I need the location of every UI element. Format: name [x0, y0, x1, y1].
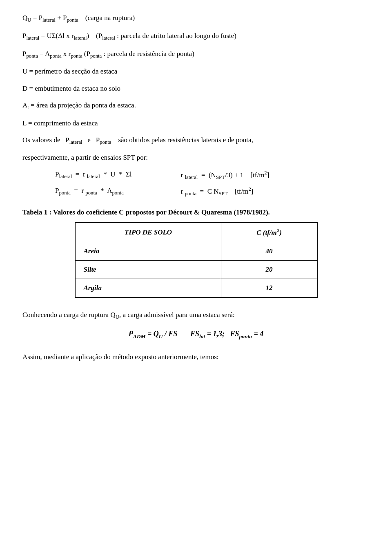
c-areia: 40: [221, 242, 317, 261]
u-def: U = perímetro da secção da estaca: [22, 66, 370, 77]
table-row: Silte 20: [75, 261, 317, 279]
l-def: L = comprimento da estaca: [22, 118, 370, 129]
solo-silte: Silte: [75, 261, 221, 279]
rponta-formula-right: r ponta = C NSPT [tf/m2]: [181, 186, 254, 197]
qu-formula: QU = Plateral + Pponta (carga na ruptura…: [22, 12, 370, 25]
pponta-row: Pponta = r ponta * Aponta r ponta = C NS…: [55, 186, 370, 197]
plateral-def-text: Plateral = UΣ(Δl x rlateral) (Plateral :…: [22, 32, 236, 40]
col-tipo-solo: TIPO DE SOLO: [75, 223, 221, 242]
assim-text: Assim, mediante a aplicação do método ex…: [22, 353, 219, 361]
l-def-paragraph: L = comprimento da estaca Os valores de …: [22, 118, 370, 163]
pponta-def: Pponta = Aponta x rponta (Pponta : parce…: [22, 48, 370, 60]
respectivamente-text: respectivamente, a partir de ensaios SPT…: [22, 152, 370, 163]
table-header-row: TIPO DE SOLO C (tf/m2): [75, 223, 317, 242]
c-silte: 20: [221, 261, 317, 279]
table-row: Areia 40: [75, 242, 317, 261]
conhecendo-paragraph: Conhecendo a carga de ruptura QU, a carg…: [22, 309, 370, 322]
padm-formula-text: PADM = QU / FS FSlat = 1,3; FSponta = 4: [129, 330, 264, 338]
table-row: Argila 12: [75, 279, 317, 298]
at-def-text: At = área da projeção da ponta da estaca…: [22, 101, 136, 109]
solo-argila: Argila: [75, 279, 221, 298]
u-def-text: U = perímetro da secção da estaca: [22, 67, 117, 75]
qu-formula-text: QU = Plateral + Pponta (carga na ruptura…: [22, 14, 135, 22]
padm-formula-line: PADM = QU / FS FSlat = 1,3; FSponta = 4: [22, 330, 370, 340]
assim-paragraph: Assim, mediante a aplicação do método ex…: [22, 351, 370, 362]
d-def: D = embutimento da estaca no solo: [22, 83, 370, 94]
conhecendo-text: Conhecendo a carga de ruptura QU, a carg…: [22, 311, 235, 319]
rlateral-formula-right: r lateral = (NSPT/3) + 1 [tf/m2]: [181, 170, 270, 181]
d-def-text: D = embutimento da estaca no solo: [22, 85, 120, 92]
plateral-formula-left: Plateral = r lateral * U * Σl: [55, 170, 132, 180]
at-def: At = área da projeção da ponta da estaca…: [22, 100, 370, 112]
pponta-def-text: Pponta = Aponta x rponta (Pponta : parce…: [22, 50, 194, 58]
pponta-formula-left: Pponta = r ponta * Aponta: [55, 187, 124, 196]
table-title: Tabela 1 : Valores do coeficiente C prop…: [22, 208, 370, 217]
table-section: Tabela 1 : Valores do coeficiente C prop…: [22, 208, 370, 298]
coefficients-table: TIPO DE SOLO C (tf/m2) Areia 40 Silte 20…: [75, 222, 318, 298]
solo-areia: Areia: [75, 242, 221, 261]
l-def-text: L = comprimento da estaca: [22, 119, 98, 127]
c-argila: 12: [221, 279, 317, 298]
col-c-value: C (tf/m2): [221, 223, 317, 242]
main-content: QU = Plateral + Pponta (carga na ruptura…: [22, 12, 370, 362]
plateral-def: Plateral = UΣ(Δl x rlateral) (Plateral :…: [22, 30, 370, 42]
os-valores-text: Os valores de Plateral e Pponta são obti…: [22, 134, 370, 147]
plateral-row: Plateral = r lateral * U * Σl r lateral …: [55, 170, 370, 181]
